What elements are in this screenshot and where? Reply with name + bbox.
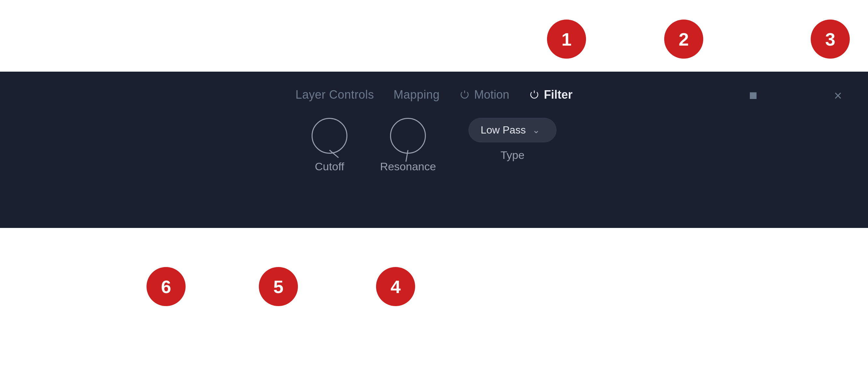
pin-icon[interactable]: ◆ [744, 87, 761, 103]
tab-layer-controls[interactable]: Layer Controls [296, 88, 374, 102]
cutoff-control: Cutoff [312, 118, 347, 173]
motion-power-icon [459, 89, 470, 100]
main-panel: Layer Controls Mapping Motion Filter ◆ [0, 72, 868, 228]
resonance-label: Resonance [380, 160, 436, 173]
type-label: Type [500, 149, 525, 161]
tab-filter[interactable]: Filter [529, 88, 572, 102]
resonance-knob[interactable] [390, 118, 426, 154]
annotation-4: 4 [376, 267, 415, 306]
cutoff-knob[interactable] [312, 118, 347, 154]
filter-power-icon [529, 89, 540, 100]
tab-motion-label: Motion [474, 88, 509, 102]
tabs-row: Layer Controls Mapping Motion Filter ◆ [0, 72, 868, 112]
annotation-6: 6 [147, 267, 186, 306]
tab-mapping[interactable]: Mapping [394, 88, 440, 102]
tab-motion[interactable]: Motion [459, 88, 509, 102]
annotation-1: 1 [547, 20, 586, 59]
tab-filter-label: Filter [544, 88, 572, 102]
annotation-2: 2 [664, 20, 703, 59]
type-control: Low Pass ⌄ Type [468, 118, 556, 161]
resonance-control: Resonance [380, 118, 436, 173]
cutoff-knob-indicator [329, 150, 339, 158]
annotation-3: 3 [811, 20, 850, 59]
annotation-5: 5 [259, 267, 298, 306]
close-icon[interactable]: × [834, 88, 842, 103]
dropdown-arrow-icon: ⌄ [532, 125, 540, 135]
cutoff-label: Cutoff [315, 160, 344, 173]
type-dropdown[interactable]: Low Pass ⌄ [468, 118, 556, 142]
controls-row: Cutoff Resonance Low Pass ⌄ Type [312, 112, 556, 173]
dropdown-value: Low Pass [480, 124, 526, 136]
